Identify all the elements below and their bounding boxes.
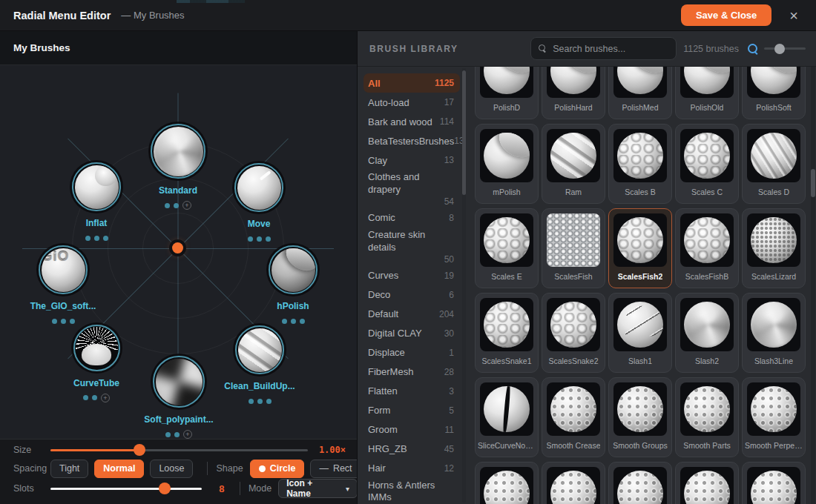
brush-thumbnail	[680, 129, 734, 182]
category-item-default[interactable]: Default204	[363, 305, 460, 324]
brush-tile-smooth-groups[interactable]: Smooth Groups	[608, 377, 672, 457]
close-icon[interactable]: ×	[789, 8, 798, 23]
category-item-betatestersbrushes[interactable]: BetaTestersBrushes13	[363, 131, 460, 150]
brush-tile-smooth-crease[interactable]: Smooth Crease	[542, 377, 605, 457]
category-item-displace[interactable]: Displace1	[363, 343, 460, 362]
brush-tile-scalesfish2[interactable]: ScalesFish2	[608, 208, 672, 288]
brush-tile-slicecurvenosti[interactable]: SliceCurveNoSti...	[475, 377, 539, 457]
category-item-clay[interactable]: Clay13	[363, 150, 460, 170]
search-input[interactable]	[553, 44, 668, 54]
category-item-horns-antlers-imms[interactable]: Horns & Antlers IMMs4	[363, 478, 460, 504]
brush-tile-scaleslizard[interactable]: ScalesLizard	[742, 208, 806, 288]
radial-node-inflat[interactable]: Inflat	[48, 162, 145, 242]
radial-canvas[interactable]: Standard+InflatMoveGiOThe_GIO_soft...hPo…	[0, 65, 358, 439]
brush-tile-ram[interactable]: Ram	[542, 124, 605, 204]
brush-tile-polishsoft[interactable]: PolishSoft	[742, 67, 806, 119]
darkswirl-sphere-icon	[156, 359, 203, 405]
scales-sphere-icon	[484, 302, 530, 348]
category-item-groom[interactable]: Groom11	[363, 420, 460, 440]
zoom-slider-thumb[interactable]	[774, 44, 785, 54]
brush-tile-slash3line[interactable]: Slash3Line	[742, 293, 806, 373]
grid-scrollbar-thumb[interactable]	[811, 169, 815, 197]
brush-tile-scales-e[interactable]: Scales E	[475, 208, 539, 288]
brush-tile-mpolish[interactable]: mPolish	[475, 124, 539, 204]
shape-option-circle[interactable]: Circle	[250, 460, 305, 478]
brush-tile-label: ScalesFish	[554, 272, 592, 281]
spacing-option-label: Normal	[103, 463, 135, 474]
category-item-clothes-and-drapery[interactable]: Clothes and drapery54	[363, 170, 460, 208]
category-item-deco[interactable]: Deco6	[363, 285, 460, 305]
category-item-comic[interactable]: Comic8	[363, 208, 460, 228]
node-label: Standard	[159, 185, 197, 196]
brush-tile-polishmed[interactable]: PolishMed	[608, 67, 672, 119]
mode-dropdown[interactable]: Icon + Name ▾	[278, 479, 358, 498]
brush-tile-polishhard[interactable]: PolishHard	[542, 67, 605, 119]
brush-tile-item[interactable]	[675, 462, 739, 504]
brush-thumbnail	[480, 298, 533, 351]
category-item-all[interactable]: All1125	[363, 73, 460, 93]
category-item-hrg-zb[interactable]: HRG_ZB45	[363, 440, 460, 459]
brush-tile-scalessnake2[interactable]: ScalesSnake2	[542, 293, 605, 373]
brush-tile-scalessnake1[interactable]: ScalesSnake1	[475, 293, 539, 373]
category-item-fibermesh[interactable]: FiberMesh28	[363, 362, 460, 382]
gio-sphere-icon: GiO	[42, 248, 85, 292]
shape-option-rect[interactable]: —Rect	[310, 460, 358, 478]
radial-node-the-gio-soft[interactable]: GiOThe_GIO_soft...	[15, 245, 111, 325]
grid-scrollbar[interactable]	[811, 67, 815, 504]
brush-tile-item[interactable]	[542, 462, 605, 504]
radial-node-move[interactable]: Move	[211, 163, 307, 243]
category-name: BetaTestersBrushes	[368, 136, 454, 147]
spacing-option-tight[interactable]: Tight	[50, 460, 88, 478]
brush-tile-slash1[interactable]: Slash1	[608, 293, 672, 373]
radial-node-hpolish[interactable]: hPolish	[245, 245, 341, 325]
brush-tile-polishold[interactable]: PolishOld	[675, 67, 739, 119]
category-item-bark-and-wood[interactable]: Bark and wood114	[363, 112, 460, 131]
brush-tile-polishd[interactable]: PolishD	[475, 67, 539, 119]
add-slot-icon[interactable]: +	[182, 201, 191, 210]
add-slot-icon[interactable]: +	[183, 430, 192, 439]
brush-tile-slash2[interactable]: Slash2	[675, 293, 739, 373]
category-scrollbar[interactable]	[462, 68, 466, 503]
spacing-option-label: Tight	[59, 463, 79, 474]
slot-dot-icon	[300, 319, 305, 324]
category-item-creature-skin-details[interactable]: Creature skin details50	[363, 228, 460, 266]
zoom-slider-track[interactable]	[764, 47, 806, 50]
category-item-flatten[interactable]: Flatten3	[363, 382, 460, 401]
search-box[interactable]	[530, 37, 677, 60]
scales-sphere-icon	[484, 217, 530, 263]
brush-tile-item[interactable]	[475, 462, 539, 504]
slots-slider-track[interactable]	[50, 488, 202, 491]
spacing-option-loose[interactable]: Loose	[150, 460, 193, 478]
category-item-digital-clay[interactable]: Digital CLAY30	[363, 324, 460, 343]
save-close-button[interactable]: Save & Close	[681, 4, 771, 26]
cut-sphere-icon	[550, 67, 596, 94]
category-scrollbar-thumb[interactable]	[462, 70, 466, 195]
size-slider-thumb[interactable]	[134, 444, 145, 456]
size-slider[interactable]	[50, 444, 308, 456]
radial-node-clean-buildup[interactable]: Clean_BuildUp...	[211, 325, 308, 405]
category-item-curves[interactable]: Curves19	[363, 266, 460, 285]
brush-tile-smooth-perpen[interactable]: Smooth Perpen...	[742, 377, 806, 457]
add-slot-icon[interactable]: +	[101, 394, 110, 402]
category-item-auto-load[interactable]: Auto-load17	[363, 93, 460, 112]
brush-tile-scales-c[interactable]: Scales C	[675, 124, 739, 204]
slots-slider[interactable]	[50, 483, 202, 494]
category-name: Curves	[368, 270, 398, 281]
brush-tile-scales-d[interactable]: Scales D	[742, 124, 806, 204]
library-title: BRUSH LIBRARY	[369, 44, 458, 54]
brush-thumbnail	[680, 382, 734, 436]
slots-slider-thumb[interactable]	[159, 483, 171, 494]
brush-tile-scales-b[interactable]: Scales B	[608, 124, 672, 204]
brush-tile-scalesfish[interactable]: ScalesFish	[542, 208, 605, 288]
thumbnail-zoom-slider[interactable]	[764, 44, 806, 54]
brush-tile-scalesfishb[interactable]: ScalesFishB	[675, 208, 739, 288]
category-item-hair[interactable]: Hair12	[363, 459, 460, 478]
brush-tile-item[interactable]	[742, 462, 806, 504]
slot-dot-icon	[291, 319, 296, 324]
brush-tile-item[interactable]	[608, 462, 672, 504]
radial-center-handle[interactable]	[172, 242, 183, 253]
scales-sphere-icon	[617, 217, 663, 263]
brush-tile-smooth-parts[interactable]: Smooth Parts	[675, 377, 739, 457]
category-item-form[interactable]: Form5	[363, 401, 460, 420]
spacing-option-normal[interactable]: Normal	[94, 460, 144, 478]
